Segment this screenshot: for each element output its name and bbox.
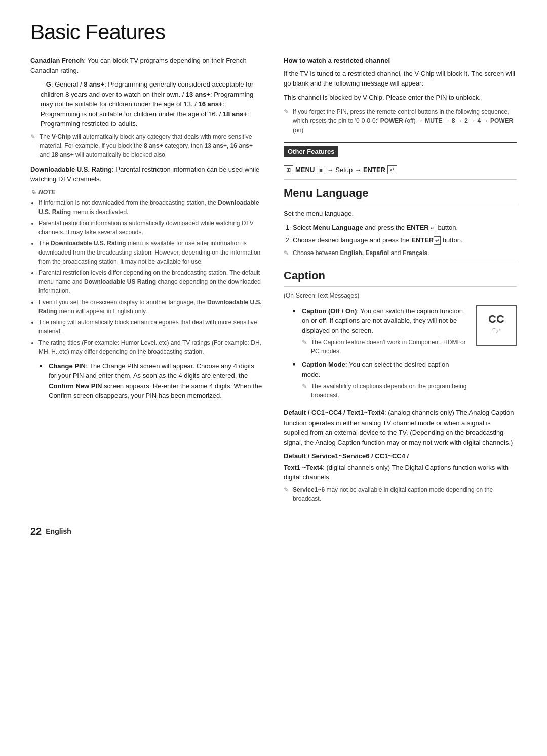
cc-box: CC ☞ (476, 305, 517, 346)
other-features-rule (284, 142, 517, 143)
note-item: Parental restriction information is auto… (38, 219, 263, 237)
note-item: If information is not downloaded from th… (38, 198, 263, 217)
default-cc-text: Default / CC1~CC4 / Text1~Text4: (analog… (284, 408, 517, 447)
enter-text: ENTER (363, 166, 385, 174)
canadian-french-para: Canadian French: You can block TV progra… (30, 56, 263, 75)
step-2: Choose desired language and press the EN… (293, 235, 517, 245)
set-menu-lang: Set the menu language. (284, 208, 517, 219)
page-number: 22 (30, 526, 42, 537)
caption-bullets: Caption (Off / On): You can switch the c… (293, 306, 468, 400)
page-title: Basic Features (30, 20, 517, 45)
note-block: ✎ NOTE If information is not downloaded … (30, 188, 263, 356)
caption-mode-item: Caption Mode: You can select the desired… (293, 360, 468, 400)
change-pin-item: Change PIN: The Change PIN screen will a… (40, 361, 263, 401)
on-screen-note: (On-Screen Text Messages) (284, 291, 517, 300)
16ans-label: 16 ans+ (198, 100, 222, 108)
default-service-heading: Default / Service1~Service6 / CC1~CC4 / (284, 451, 517, 461)
change-pin-list: Change PIN: The Change PIN screen will a… (40, 361, 263, 401)
choose-language-note: Choose between English, Español and Fran… (284, 248, 517, 258)
menu-icon: ⊞ (284, 165, 293, 174)
how-to-heading: How to watch a restricted channel (284, 56, 517, 66)
menu-language-rule (284, 179, 517, 180)
note-icon: ✎ (30, 188, 36, 196)
enter-icon-step2: ↵ (434, 236, 441, 245)
menu-language-rule-bottom (284, 204, 517, 204)
note-item: The rating titles (For example: Humor Le… (38, 338, 263, 356)
canadian-french-label: Canadian French (30, 57, 84, 64)
menu-language-heading: Menu Language (284, 187, 517, 200)
caption-text-col: Caption (Off / On): You can switch the c… (284, 304, 468, 404)
note-heading: NOTE (38, 189, 55, 196)
caption-area: Caption (Off / On): You can switch the c… (284, 304, 517, 404)
note-item: The Downloadable U.S. Rating menu is ava… (38, 239, 263, 266)
note-label: ✎ NOTE (30, 188, 263, 196)
text1-text4-para: Text1 ~Text4: (digital channels only) Th… (284, 463, 517, 482)
g-rating-bold: G (46, 80, 51, 88)
note-item: The rating will automatically block cert… (38, 318, 263, 336)
blocked-message: This channel is blocked by V-Chip. Pleas… (284, 93, 517, 103)
left-column: Canadian French: You can block TV progra… (30, 56, 263, 506)
enter-icon-step1: ↵ (429, 224, 436, 232)
menu-language-steps: Select Menu Language and press the ENTER… (293, 223, 517, 245)
downloadable-label: Downloadable U.S. Rating (30, 165, 112, 173)
enter-icon: ↵ (387, 165, 397, 174)
default-service-text: Default / Service1~Service6 / CC1~CC4 / (284, 452, 409, 460)
arrow1: → Setup → (327, 166, 361, 174)
note-bullet-list: If information is not downloaded from th… (38, 198, 263, 356)
caption-heading: Caption (284, 269, 517, 282)
18ans-label: 18 ans+ (223, 110, 247, 118)
cc-hand-icon: ☞ (492, 325, 501, 337)
service-note: Service1~6 may not be available in digit… (284, 485, 517, 503)
note-item: Parental restriction levels differ depen… (38, 268, 263, 296)
caption-feature-note: The Caption feature doesn't work in Comp… (302, 338, 468, 356)
page-number-bar: 22 English (30, 526, 517, 537)
caption-availability-note: The availability of captions depends on … (302, 382, 468, 400)
13ans-label: 13 ans+ (186, 91, 210, 98)
step-1: Select Menu Language and press the ENTER… (293, 223, 517, 233)
downloadable-para: Downloadable U.S. Rating: Parental restr… (30, 164, 263, 184)
right-column: How to watch a restricted channel If the… (284, 56, 517, 506)
menu-text: MENU (295, 166, 315, 174)
how-to-text: If the TV is tuned to a restricted chann… (284, 69, 517, 89)
caption-rule-top (284, 262, 517, 262)
caption-off-on-item: Caption (Off / On): You can switch the c… (293, 306, 468, 356)
g-rating-block: G: General / 8 ans+: Programming general… (30, 79, 263, 129)
cc-letters: CC (488, 314, 504, 325)
caption-rule-bottom (284, 286, 517, 287)
other-features-label: Other Features (284, 146, 338, 157)
pin-reset-note: If you forget the PIN, press the remote-… (284, 107, 517, 135)
page-lang: English (46, 527, 71, 535)
menu-formula: ⊞ MENU ≡ → Setup → ENTER ↵ (284, 165, 517, 174)
vchip-note: The V-Chip will automatically block any … (30, 132, 263, 159)
note-item: Even if you set the on-screen display to… (38, 298, 263, 316)
menu-box-icon: ≡ (317, 166, 325, 174)
restricted-block: How to watch a restricted channel If the… (284, 56, 517, 102)
8ans-label: 8 ans+ (84, 80, 104, 88)
